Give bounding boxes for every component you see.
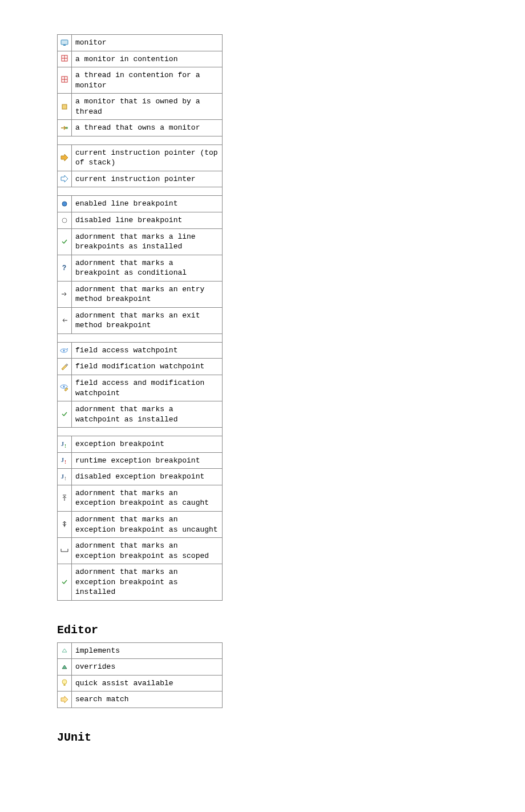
editor-heading: Editor [57,624,468,637]
debug_table.rows-label: a monitor that is owned by a thread [72,94,223,120]
debug_table.rows-label: field access watchpoint [72,342,223,359]
watch-both-icon [58,375,72,401]
debug_table.rows-row: adornment that marks an exit method brea… [58,307,223,333]
debug_table.rows-row: adornment that marks an exception breakp… [58,511,223,537]
exc-bp-disabled-icon: J! [58,469,72,485]
debug_table.rows-row: adornment that marks an exception breakp… [58,564,223,601]
svg-point-9 [66,127,68,129]
debug_table.rows-spacer [58,136,223,144]
debug_table.rows-row: field access and modification watchpoint [58,375,223,401]
debug_table.rows-label: exception breakpoint [72,436,223,453]
debug_table.rows-row: a thread in contention for a monitor [58,67,223,94]
adorn-scoped-icon [58,538,72,564]
editor_table.rows-row: quick assist available [58,675,223,692]
debug_table.rows-row: ?adornment that marks a breakpoint as co… [58,255,223,281]
debug_table.rows-label: current instruction pointer (top of stac… [72,144,223,171]
debug_table.rows-label: adornment that marks an exit method brea… [72,307,223,333]
svg-point-19 [63,386,65,388]
debug_table.rows-label: enabled line breakpoint [72,196,223,212]
debug_table.rows-label: adornment that marks a watchpoint as ins… [72,401,223,428]
debug_table.rows-row: adornment that marks a watchpoint as ins… [58,401,223,428]
svg-text:!: ! [64,459,66,464]
debug_table.rows-row: adornment that marks a line breakpoints … [58,228,223,255]
svg-text:J: J [61,441,64,447]
searchmatch-icon [58,692,72,708]
svg-text:J: J [61,473,64,480]
watch-access-icon [58,342,72,359]
debug_table.rows-spacer [58,428,223,436]
debug_table.rows-row: a monitor that is owned by a thread [58,94,223,120]
adorn-exit-icon [58,307,72,333]
svg-text:!: ! [64,476,66,481]
debug_table.rows-row: adornment that marks an entry method bre… [58,281,223,307]
adorn-installed-icon [58,228,72,255]
thread-owns-icon [58,120,72,136]
editor_table.rows-row: overrides [58,659,223,676]
svg-rect-0 [61,40,68,45]
debug_table.rows-label: adornment that marks an exception breakp… [72,538,223,564]
editor_table.rows-row: implements [58,642,223,659]
debug_table.rows-row: field access watchpoint [58,342,223,359]
debug_table.rows-label: adornment that marks an exception breakp… [72,564,223,601]
svg-rect-31 [64,684,66,686]
debug_table.rows-label: a thread in contention for a monitor [72,67,223,94]
exc-bp-icon: J! [58,436,72,453]
adorn-entry-icon [58,281,72,307]
monitor-owned-icon [58,94,72,120]
debug_table.rows-label: adornment that marks an entry method bre… [72,281,223,307]
exc-bp-runtime-icon: J! [58,452,72,469]
bp-enabled-icon [58,196,72,212]
adorn-caught-icon [58,485,72,511]
debug_table.rows-row: adornment that marks an exception breakp… [58,485,223,511]
debug_table.rows-row: current instruction pointer [58,171,223,187]
editor_table.rows-row: search match [58,692,223,708]
svg-point-11 [62,218,67,223]
debug_table.rows-row: adornment that marks an exception breakp… [58,538,223,564]
editor_table.rows-label: overrides [72,659,223,676]
debug_table.rows-row: J!disabled exception breakpoint [58,469,223,485]
adorn-conditional-icon: ? [58,255,72,281]
debug_table.rows-label: a thread that owns a monitor [72,120,223,136]
svg-text:?: ? [62,264,66,271]
debug-legend-table: monitora monitor in contentiona thread i… [57,34,223,601]
debug_table.rows-row: monitor [58,35,223,51]
debug_table.rows-label: field modification watchpoint [72,359,223,375]
debug_table.rows-row: disabled line breakpoint [58,212,223,229]
editor_table.rows-label: search match [72,692,223,708]
thread-contention-icon [58,67,72,94]
debug_table.rows-label: adornment that marks an exception breakp… [72,511,223,537]
debug_table.rows-label: field access and modification watchpoint [72,375,223,401]
debug_table.rows-spacer [58,187,223,196]
debug_table.rows-row: field modification watchpoint [58,359,223,375]
svg-text:!: ! [64,443,66,448]
svg-rect-8 [62,104,67,109]
debug_table.rows-label: runtime exception breakpoint [72,452,223,469]
debug_table.rows-label: adornment that marks an exception breakp… [72,485,223,511]
editor_table.rows-label: quick assist available [72,675,223,692]
debug_table.rows-row: J!exception breakpoint [58,436,223,453]
junit-heading: JUnit [57,731,468,744]
debug_table.rows-label: disabled line breakpoint [72,212,223,229]
adorn-exc-installed-icon [58,564,72,601]
adorn-watch-installed-icon [58,401,72,428]
debug_table.rows-row: current instruction pointer (top of stac… [58,144,223,171]
ip-icon [58,171,72,187]
debug_table.rows-label: a monitor in contention [72,51,223,67]
ip-top-icon [58,144,72,171]
debug_table.rows-row: J!runtime exception breakpoint [58,452,223,469]
svg-point-10 [62,202,67,206]
adorn-uncaught-icon [58,511,72,537]
svg-rect-1 [63,45,66,46]
debug_table.rows-label: monitor [72,35,223,51]
svg-point-16 [63,349,65,351]
svg-text:J: J [61,457,64,463]
debug_table.rows-row: a thread that owns a monitor [58,120,223,136]
implements-icon [58,642,72,659]
svg-point-30 [62,680,67,684]
editor_table.rows-label: implements [72,642,223,659]
debug_table.rows-label: adornment that marks a breakpoint as con… [72,255,223,281]
watch-modify-icon [58,359,72,375]
debug_table.rows-spacer [58,333,223,342]
editor-legend-table: implementsoverridesquick assist availabl… [57,642,223,708]
monitor-icon [58,35,72,51]
